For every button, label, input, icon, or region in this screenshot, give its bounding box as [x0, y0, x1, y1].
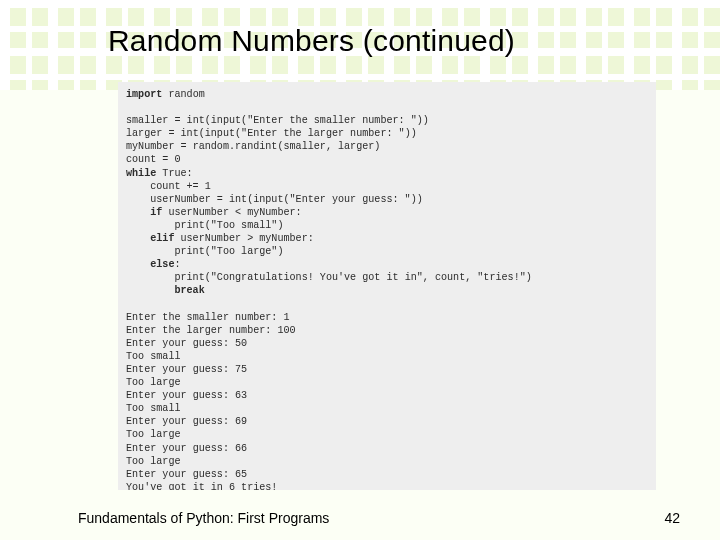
footer-text-left: Fundamentals of Python: First Programs [78, 510, 329, 526]
kw-else: else [150, 259, 174, 270]
page-number: 42 [664, 510, 680, 526]
kw-while: while [126, 168, 156, 179]
output-line: Enter your guess: 75 [126, 364, 247, 375]
slide-title: Random Numbers (continued) [0, 0, 720, 58]
code-text: count = 0 [126, 154, 181, 165]
kw-import: import [126, 89, 162, 100]
code-text: userNumber > myNumber: [174, 233, 313, 244]
code-text: print("Too small") [174, 220, 283, 231]
output-line: You've got it in 6 tries! [126, 482, 277, 490]
code-text: True: [156, 168, 192, 179]
code-block: import random smaller = int(input("Enter… [126, 88, 648, 490]
code-text: print("Congratulations! You've got it in… [174, 272, 531, 283]
output-line: Too large [126, 456, 181, 467]
output-line: Too small [126, 403, 181, 414]
output-line: Enter your guess: 66 [126, 443, 247, 454]
kw-break: break [174, 285, 204, 296]
kw-elif: elif [150, 233, 174, 244]
output-line: Enter your guess: 50 [126, 338, 247, 349]
output-line: Enter the smaller number: 1 [126, 312, 290, 323]
slide-footer: Fundamentals of Python: First Programs 4… [78, 510, 680, 526]
code-text: userNumber < myNumber: [162, 207, 301, 218]
code-text: random [162, 89, 204, 100]
output-line: Enter your guess: 63 [126, 390, 247, 401]
output-line: Too large [126, 377, 181, 388]
code-text: smaller = int(input("Enter the smaller n… [126, 115, 429, 126]
code-text: count += 1 [150, 181, 211, 192]
output-line: Too small [126, 351, 181, 362]
output-line: Enter your guess: 69 [126, 416, 247, 427]
code-example-box: import random smaller = int(input("Enter… [118, 82, 656, 490]
output-line: Too large [126, 429, 181, 440]
output-line: Enter your guess: 65 [126, 469, 247, 480]
code-text: userNumber = int(input("Enter your guess… [150, 194, 423, 205]
code-text: myNumber = random.randint(smaller, large… [126, 141, 380, 152]
kw-if: if [150, 207, 162, 218]
code-text: : [174, 259, 180, 270]
code-text: print("Too large") [174, 246, 283, 257]
code-text: larger = int(input("Enter the larger num… [126, 128, 417, 139]
output-line: Enter the larger number: 100 [126, 325, 296, 336]
